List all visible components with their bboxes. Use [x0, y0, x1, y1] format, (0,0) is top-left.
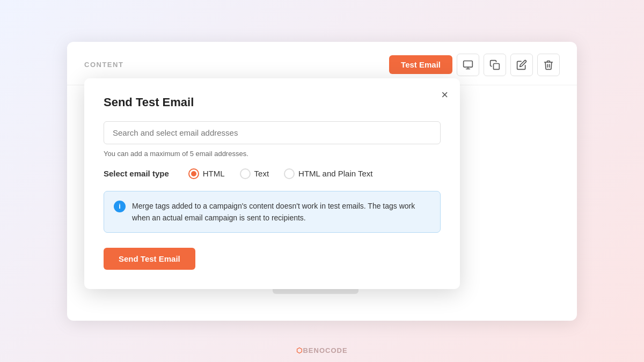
svg-rect-3: [494, 63, 500, 69]
max-email-note: You can add a maximum of 5 email address…: [104, 150, 441, 158]
preview-icon: [463, 60, 473, 70]
info-box: i Merge tags added to a campaign's conte…: [104, 191, 441, 233]
test-email-button[interactable]: Test Email: [389, 55, 452, 74]
main-card: CONTENT Test Email: [67, 42, 577, 321]
delete-icon: [543, 60, 554, 70]
radio-html-plain[interactable]: HTML and Plain Text: [284, 168, 372, 179]
logo-text: BENOCODE: [303, 346, 347, 354]
modal-title: Send Test Email: [104, 95, 441, 109]
preview-button[interactable]: [457, 54, 479, 76]
radio-circle-html-plain: [284, 168, 295, 179]
copy-icon: [489, 60, 500, 70]
email-search-input[interactable]: [104, 121, 441, 144]
footer-logo: ⬡BENOCODE: [296, 346, 347, 354]
email-type-label: Select email type: [104, 169, 169, 178]
radio-text[interactable]: Text: [240, 168, 269, 179]
copy-button[interactable]: [484, 54, 506, 76]
info-text: Merge tags added to a campaign's content…: [132, 200, 430, 224]
modal-overlay: × Send Test Email You can add a maximum …: [67, 74, 577, 321]
edit-icon: [516, 60, 527, 70]
radio-label-html: HTML: [203, 169, 225, 178]
logo-dot: ⬡: [296, 346, 303, 354]
email-type-row: Select email type HTML Text: [104, 168, 441, 179]
card-body: × Send Test Email You can add a maximum …: [67, 85, 577, 321]
delete-button[interactable]: [537, 54, 560, 76]
edit-button[interactable]: [510, 54, 533, 76]
radio-inner-html: [191, 171, 196, 176]
radio-circle-html: [188, 168, 199, 179]
info-icon: i: [114, 201, 126, 212]
radio-html[interactable]: HTML: [188, 168, 225, 179]
header-actions: Test Email: [389, 54, 560, 76]
modal-close-button[interactable]: ×: [441, 89, 448, 101]
send-test-email-modal: × Send Test Email You can add a maximum …: [84, 78, 460, 290]
radio-label-text: Text: [254, 169, 269, 178]
radio-label-html-plain: HTML and Plain Text: [298, 169, 372, 178]
send-test-email-button[interactable]: Send Test Email: [104, 248, 195, 270]
svg-rect-0: [464, 61, 473, 67]
content-label: CONTENT: [84, 61, 123, 69]
radio-circle-text: [240, 168, 251, 179]
